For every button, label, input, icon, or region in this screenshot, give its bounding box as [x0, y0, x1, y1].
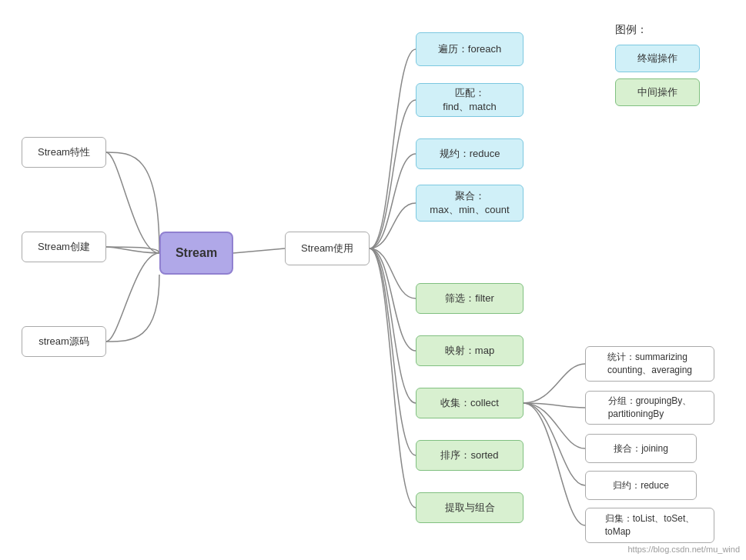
- node-stream-source: stream源码: [22, 326, 106, 357]
- node-reduce: 规约：reduce: [416, 138, 524, 169]
- watermark: https://blog.csdn.net/mu_wind: [627, 545, 740, 554]
- legend: 图例： 终端操作 中间操作: [615, 23, 700, 112]
- node-stream-use: Stream使用: [285, 232, 370, 265]
- legend-title: 图例：: [615, 23, 700, 37]
- node-sub-reduce: 归约：reduce: [585, 471, 697, 500]
- node-sorted: 排序：sorted: [416, 440, 524, 471]
- legend-terminal: 终端操作: [615, 45, 700, 72]
- node-foreach: 遍历：foreach: [416, 32, 524, 66]
- node-map: 映射：map: [416, 335, 524, 366]
- canvas: Stream特性 Stream创建 stream源码 Stream Stream…: [0, 0, 746, 560]
- node-summarizing: 统计：summarizing counting、averaging: [585, 346, 714, 382]
- node-filter: 筛选：filter: [416, 283, 524, 314]
- node-stream-create: Stream创建: [22, 232, 106, 262]
- node-collect: 收集：collect: [416, 388, 524, 418]
- legend-intermediate: 中间操作: [615, 78, 700, 106]
- node-extract-combine: 提取与组合: [416, 492, 524, 523]
- center-node-stream: Stream: [159, 232, 233, 275]
- node-aggregate: 聚合： max、min、count: [416, 185, 524, 222]
- node-stream-features: Stream特性: [22, 137, 106, 168]
- node-tolist-toset: 归集：toList、toSet、 toMap: [585, 508, 714, 543]
- node-grouping: 分组：groupingBy、 partitioningBy: [585, 391, 714, 425]
- node-joining: 接合：joining: [585, 434, 697, 463]
- node-find-match: 匹配： find、match: [416, 83, 524, 117]
